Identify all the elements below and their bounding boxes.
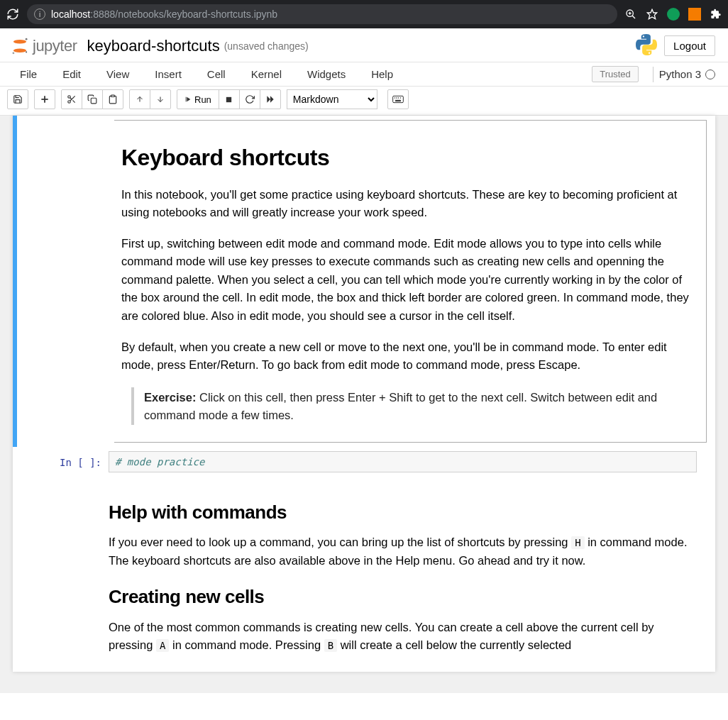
menu-edit[interactable]: Edit (50, 64, 94, 84)
code-cell[interactable]: In [ ]: # mode practice (13, 447, 715, 477)
cell-prompt (13, 477, 109, 672)
add-cell-icon[interactable] (34, 89, 55, 109)
star-icon[interactable] (646, 8, 658, 21)
svg-rect-26 (393, 96, 404, 102)
markdown-cell-selected[interactable]: Keyboard shortcuts In this notebook, you… (13, 116, 715, 447)
svg-marker-4 (647, 9, 656, 18)
notebook-name[interactable]: keyboard-shortcuts (87, 37, 220, 55)
move-down-icon[interactable] (150, 89, 171, 109)
svg-line-1 (632, 16, 635, 18)
kbd-h: H (571, 536, 584, 549)
zoom-icon[interactable] (624, 8, 637, 21)
notebook-scroll-area[interactable]: Keyboard shortcuts In this notebook, you… (0, 116, 728, 693)
svg-point-30 (400, 98, 401, 99)
menu-view[interactable]: View (94, 64, 142, 84)
kbd-a: A (156, 639, 169, 652)
reload-icon[interactable] (6, 7, 20, 21)
menubar: File Edit View Insert Cell Kernel Widget… (0, 62, 728, 87)
url-path: :8888/notebooks/keyboard-shortcuts.ipynb (90, 9, 277, 20)
svg-marker-25 (270, 96, 274, 102)
save-status: (unsaved changes) (224, 40, 309, 52)
menu-help[interactable]: Help (358, 64, 406, 84)
url-bar[interactable]: i localhost:8888/notebooks/keyboard-shor… (27, 4, 617, 24)
exercise-block: Exercise: Click on this cell, then press… (131, 387, 689, 425)
svg-rect-22 (186, 97, 187, 102)
svg-rect-17 (91, 98, 96, 104)
save-icon[interactable] (7, 89, 28, 109)
exercise-text: Click on this cell, then press Enter + S… (144, 391, 657, 422)
paragraph: In this notebook, you'll get some practi… (121, 186, 689, 222)
cut-icon[interactable] (61, 89, 82, 109)
svg-point-7 (26, 38, 28, 40)
menu-file[interactable]: File (7, 64, 50, 84)
extension-orange-icon[interactable] (688, 8, 701, 21)
jupyter-logo[interactable]: jupyter (10, 36, 77, 56)
paste-icon[interactable] (102, 89, 123, 109)
svg-line-16 (70, 98, 72, 99)
kernel-idle-icon (705, 70, 715, 79)
cell-prompt (18, 116, 114, 447)
jupyter-header: jupyter keyboard-shortcuts (unsaved chan… (0, 28, 728, 116)
url-host: localhost (51, 9, 90, 20)
paragraph: By default, when you create a new cell o… (121, 338, 689, 375)
divider (653, 67, 653, 82)
run-button[interactable]: Run (177, 89, 219, 109)
svg-point-13 (68, 101, 71, 104)
code-prompt: In [ ]: (13, 451, 109, 472)
heading-keyboard-shortcuts: Keyboard shortcuts (121, 140, 689, 176)
svg-marker-24 (267, 96, 270, 102)
python-icon (636, 34, 657, 57)
command-palette-icon[interactable] (387, 89, 409, 109)
svg-rect-18 (111, 95, 115, 96)
extension-green-icon[interactable] (667, 8, 680, 21)
move-up-icon[interactable] (129, 89, 150, 109)
interrupt-icon[interactable] (219, 89, 240, 109)
cell-type-select[interactable]: Markdown (287, 89, 377, 109)
paragraph: First up, switching between edit mode an… (121, 235, 689, 326)
svg-point-9 (26, 51, 27, 52)
heading-help-commands: Help with commands (109, 498, 698, 526)
copy-icon[interactable] (82, 89, 103, 109)
restart-icon[interactable] (239, 89, 260, 109)
notebook-container: Keyboard shortcuts In this notebook, you… (13, 116, 715, 672)
logout-button[interactable]: Logout (664, 35, 715, 56)
svg-marker-21 (187, 97, 190, 102)
svg-point-28 (397, 98, 397, 99)
exercise-label: Exercise: (144, 391, 196, 404)
menu-insert[interactable]: Insert (142, 64, 194, 84)
svg-point-6 (13, 48, 26, 52)
restart-run-all-icon[interactable] (260, 89, 281, 109)
code-input[interactable]: # mode practice (109, 451, 697, 472)
svg-point-29 (398, 98, 399, 99)
menu-cell[interactable]: Cell (194, 64, 238, 84)
menu-kernel[interactable]: Kernel (238, 64, 294, 84)
markdown-cell[interactable]: Help with commands If you ever need to l… (13, 477, 715, 672)
paragraph: If you ever need to look up a command, y… (109, 533, 698, 570)
toolbar: Run Markdown (0, 87, 728, 116)
menu-widgets[interactable]: Widgets (294, 64, 358, 84)
info-icon: i (34, 9, 45, 20)
svg-point-27 (395, 98, 395, 99)
svg-point-5 (13, 39, 26, 43)
svg-rect-31 (396, 100, 401, 101)
svg-line-15 (72, 100, 75, 102)
kernel-name[interactable]: Python 3 (659, 68, 721, 80)
kbd-b: B (324, 639, 337, 652)
svg-rect-23 (226, 96, 231, 101)
svg-point-12 (68, 96, 71, 99)
browser-chrome: i localhost:8888/notebooks/keyboard-shor… (0, 0, 728, 28)
heading-creating-cells: Creating new cells (109, 582, 698, 611)
paragraph: One of the most common commands is creat… (109, 619, 698, 655)
trusted-indicator[interactable]: Trusted (592, 66, 639, 82)
jupyter-text: jupyter (33, 37, 77, 55)
extensions-puzzle-icon[interactable] (710, 8, 722, 21)
svg-point-8 (13, 52, 15, 54)
